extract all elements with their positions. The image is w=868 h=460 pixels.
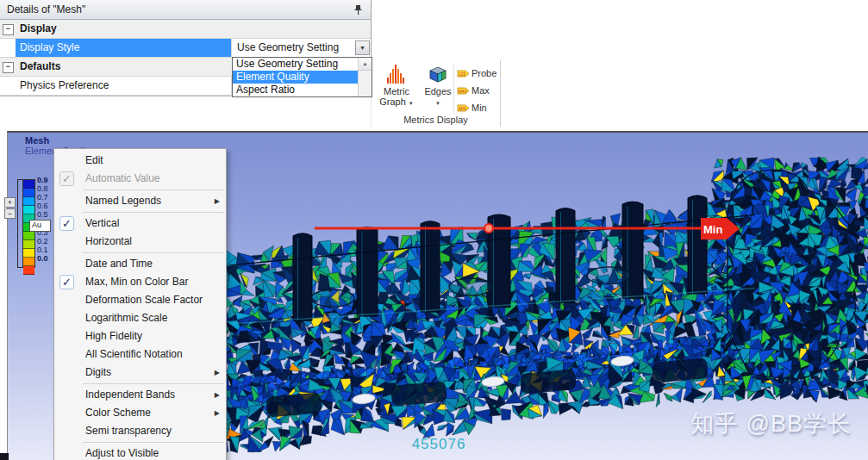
menu-item-named-legends[interactable]: Named Legends▶ xyxy=(54,192,226,210)
scroll-up-icon[interactable]: ▲ xyxy=(359,58,372,71)
menu-item-all-scientific-notation[interactable]: All Scientific Notation xyxy=(54,345,226,364)
menu-separator xyxy=(83,190,224,190)
collapse-icon[interactable]: − xyxy=(3,24,14,35)
ansys-mechanical-screenshot: { "details_panel": { "title": "Details o… xyxy=(0,0,868,460)
menu-separator xyxy=(83,212,224,213)
menu-item-edit[interactable]: Edit xyxy=(54,152,226,170)
menu-item-label: All Scientific Notation xyxy=(85,348,183,360)
edges-cube-icon xyxy=(427,64,449,84)
menu-item-adjust-to-visible[interactable]: Adjust to Visible xyxy=(54,444,226,460)
menu-item-deformation-scale-factor[interactable]: Deformation Scale Factor xyxy=(54,291,226,309)
menu-item-label: Color Scheme xyxy=(85,407,151,419)
combo-dropdown-button[interactable]: ▼ xyxy=(355,40,370,55)
menu-item-date-and-time[interactable]: Date and Time xyxy=(54,255,226,273)
dropdown-option[interactable]: Use Geometry Setting xyxy=(233,58,359,71)
details-panel: Details of "Mesh" − Display Display Styl… xyxy=(0,0,372,96)
menu-item-label: Digits xyxy=(85,366,111,378)
menu-item-label: Adjust to Visible xyxy=(85,447,159,459)
menu-separator xyxy=(83,442,224,443)
max-tag-icon: MAX xyxy=(457,86,470,96)
group-label-defaults: Defaults xyxy=(16,58,232,76)
details-panel-title: Details of "Mesh" xyxy=(7,3,85,16)
menu-item-color-scheme[interactable]: Color Scheme▶ xyxy=(54,404,226,422)
toolbar-separator xyxy=(453,65,454,113)
legend-context-menu: Edit✓Automatic ValueNamed Legends▶✓Verti… xyxy=(53,148,227,460)
legend-tick-label: 0.6 xyxy=(37,202,48,210)
submenu-arrow-icon: ▶ xyxy=(215,364,220,382)
probe-tag-icon: 123 xyxy=(457,69,470,78)
menu-item-max-min-on-color-bar[interactable]: ✓Max, Min on Color Bar xyxy=(54,273,226,291)
watermark: 知乎 @BB学长 xyxy=(690,408,852,439)
legend-zoom-out-button[interactable]: − xyxy=(4,208,16,219)
min-tag-icon: MIN xyxy=(457,103,470,113)
menu-item-label: Deformation Scale Factor xyxy=(85,294,203,306)
menu-item-label: Named Legends xyxy=(85,195,161,207)
legend-band xyxy=(23,189,34,197)
metric-graph-button[interactable]: Metric Graph ▼ xyxy=(373,64,420,109)
check-icon: ✓ xyxy=(62,273,72,291)
menu-item-semi-transparency[interactable]: Semi transparency xyxy=(54,422,226,440)
menu-item-label: Edit xyxy=(85,154,103,166)
check-icon: ✓ xyxy=(62,214,72,233)
metric-graph-icon xyxy=(385,64,408,84)
submenu-arrow-icon: ▶ xyxy=(215,386,220,404)
display-style-dropdown-list: Use Geometry SettingElement QualityAspec… xyxy=(232,57,372,97)
menu-item-logarithmic-scale[interactable]: Logarithmic Scale xyxy=(54,309,226,327)
legend-band xyxy=(23,197,34,206)
legend-band xyxy=(23,258,34,266)
details-panel-titlebar: Details of "Mesh" xyxy=(0,0,371,20)
menu-item-label: Date and Time xyxy=(85,258,153,270)
menu-item-label: Vertical xyxy=(85,217,119,229)
physics-preference-label[interactable]: Physics Preference xyxy=(16,77,232,95)
submenu-arrow-icon: ▶ xyxy=(215,404,220,422)
element-count-label: 455076 xyxy=(390,436,487,453)
dropdown-option[interactable]: Aspect Ratio xyxy=(233,84,359,96)
display-style-label[interactable]: Display Style xyxy=(16,39,232,57)
legend-title: Mesh xyxy=(25,135,49,146)
menu-item-independent-bands[interactable]: Independent Bands▶ xyxy=(54,386,226,404)
legend-band xyxy=(23,249,34,258)
menu-item-high-fidelity[interactable]: High Fidelity xyxy=(54,327,226,345)
menu-item-horizontal[interactable]: Horizontal xyxy=(54,233,226,251)
details-row-display: − Display xyxy=(0,20,371,39)
legend-band xyxy=(23,240,34,249)
legend-zoom-in-button[interactable]: + xyxy=(4,197,16,208)
pin-icon[interactable] xyxy=(353,4,363,16)
legend-band xyxy=(23,180,34,189)
annotation-point xyxy=(484,224,493,233)
group-label-display: Display xyxy=(16,20,232,38)
min-flag-label: Min xyxy=(703,223,722,236)
viewport-corner xyxy=(0,453,9,460)
edges-button[interactable]: Edges▼ xyxy=(423,64,453,109)
menu-separator xyxy=(83,383,224,384)
collapse-icon[interactable]: − xyxy=(3,62,14,73)
legend-tick-label: 0.2 xyxy=(37,237,48,246)
menu-item-label: Independent Bands xyxy=(85,389,175,401)
legend-tick-label: 0.5 xyxy=(37,210,48,219)
dropdown-scrollbar[interactable]: ▲ xyxy=(358,58,372,96)
toolbar-group-label: Metrics Display xyxy=(372,115,500,125)
menu-separator xyxy=(83,252,224,253)
max-button[interactable]: MAX Max xyxy=(457,83,498,99)
submenu-arrow-icon: ▶ xyxy=(215,192,220,210)
legend-edit-box[interactable]: Au xyxy=(29,220,51,232)
menu-item-automatic-value: ✓Automatic Value xyxy=(54,170,226,188)
menu-item-vertical[interactable]: ✓Vertical xyxy=(54,214,226,233)
legend-tick-label: 0.0 xyxy=(37,254,48,263)
menu-item-label: Logarithmic Scale xyxy=(85,312,167,324)
menu-item-label: Automatic Value xyxy=(85,172,160,184)
legend-tick-label: 0.9 xyxy=(37,176,48,184)
menu-item-digits[interactable]: Digits▶ xyxy=(54,364,226,382)
legend-band xyxy=(23,232,34,240)
display-style-value[interactable]: Use Geometry Setting ▼ xyxy=(233,39,371,57)
menu-item-label: Max, Min on Color Bar xyxy=(85,276,188,288)
menu-item-label: Semi transparency xyxy=(85,425,172,437)
legend-band xyxy=(23,206,34,214)
dropdown-option[interactable]: Element Quality xyxy=(233,71,359,84)
svg-text:123: 123 xyxy=(459,72,466,77)
metrics-display-toolbar: Metric Graph ▼ Edges▼ 123 Probe MAX Max … xyxy=(371,60,501,127)
check-icon: ✓ xyxy=(62,170,72,188)
details-row-display-style: Display Style Use Geometry Setting ▼ xyxy=(0,39,371,58)
legend-tick-label: 0.7 xyxy=(37,193,48,202)
probe-button[interactable]: 123 Probe xyxy=(457,65,498,82)
